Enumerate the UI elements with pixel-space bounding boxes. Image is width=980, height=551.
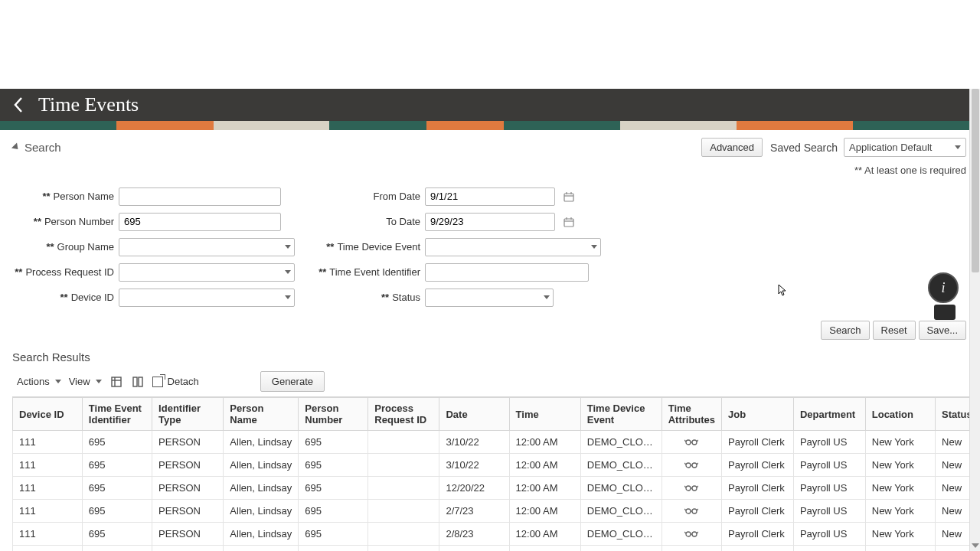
table-cell: 111 [13, 431, 83, 454]
reset-button[interactable]: Reset [873, 321, 916, 340]
table-cell: Payroll US [793, 546, 865, 552]
save-button[interactable]: Save... [919, 321, 966, 340]
table-cell [662, 523, 721, 546]
group-name-select[interactable] [119, 238, 295, 256]
to-date-input[interactable] [426, 214, 564, 229]
column-header[interactable]: Job [722, 398, 794, 431]
column-header[interactable]: Identifier Type [152, 398, 224, 431]
table-cell: New York [865, 454, 935, 477]
chevron-down-icon [544, 295, 550, 299]
column-header[interactable]: Device ID [13, 398, 83, 431]
person-name-input[interactable] [119, 187, 281, 206]
device-id-label: Device ID [71, 292, 114, 303]
table-cell [368, 546, 439, 552]
column-header[interactable]: Time Attributes [662, 398, 721, 431]
page-title: Time Events [38, 93, 139, 116]
advanced-button[interactable]: Advanced [701, 138, 763, 157]
table-row[interactable]: 111695PERSONAllen, Lindsay6953/10/2212:0… [13, 431, 981, 454]
column-header[interactable]: Time Event Identifier [82, 398, 152, 431]
glasses-icon[interactable] [684, 436, 698, 448]
from-date-input[interactable] [426, 189, 564, 204]
time-event-identifier-input[interactable] [425, 263, 589, 282]
column-header[interactable]: Person Name [224, 398, 299, 431]
table-cell: 12:00 AM [509, 546, 580, 552]
table-cell: 2/9/23 [439, 546, 509, 552]
column-header[interactable]: Date [439, 398, 509, 431]
process-request-id-select[interactable] [119, 263, 295, 282]
table-cell: 12/20/22 [439, 477, 509, 500]
column-header[interactable]: Person Number [299, 398, 368, 431]
calendar-icon[interactable] [564, 214, 574, 230]
process-request-id-label: Process Request ID [25, 266, 114, 278]
svg-line-27 [697, 486, 698, 487]
chevron-down-icon [955, 145, 961, 149]
column-header[interactable]: Time [509, 398, 580, 431]
table-cell: 12:00 AM [509, 454, 580, 477]
calendar-icon[interactable] [564, 189, 574, 204]
scroll-down-icon[interactable] [972, 542, 979, 549]
table-cell: Payroll Clerk [722, 546, 794, 552]
table-cell: Allen, Lindsay [224, 546, 299, 552]
svg-point-14 [692, 440, 697, 445]
disclosure-triangle-icon[interactable] [11, 142, 21, 152]
svg-line-26 [684, 486, 686, 487]
table-cell [368, 454, 439, 477]
svg-point-24 [692, 486, 697, 491]
table-cell: Payroll US [793, 523, 865, 546]
table-cell: PERSON [152, 477, 224, 500]
table-cell: 695 [299, 477, 368, 500]
table-cell: 111 [13, 454, 83, 477]
table-cell [368, 477, 439, 500]
status-label: Status [392, 292, 420, 303]
person-name-label: Person Name [54, 191, 114, 202]
generate-button[interactable]: Generate [260, 371, 325, 392]
table-row[interactable]: 111695PERSONAllen, Lindsay6953/10/2212:0… [13, 454, 981, 477]
svg-line-16 [684, 440, 686, 442]
person-number-input[interactable] [119, 213, 281, 231]
time-device-event-select[interactable] [425, 238, 601, 256]
back-chevron-icon[interactable] [9, 96, 28, 114]
glasses-icon[interactable] [684, 528, 698, 540]
column-header[interactable]: Department [793, 398, 865, 431]
table-row[interactable]: 111695PERSONAllen, Lindsay6952/9/2312:00… [13, 546, 981, 552]
table-row[interactable]: 111695PERSONAllen, Lindsay6952/8/2312:00… [13, 523, 981, 546]
help-widget[interactable]: i [928, 272, 962, 321]
table-row[interactable]: 111695PERSONAllen, Lindsay69512/20/2212:… [13, 477, 981, 500]
svg-line-36 [684, 532, 686, 533]
search-button[interactable]: Search [821, 321, 869, 340]
svg-rect-12 [139, 377, 142, 386]
table-cell: Payroll Clerk [722, 477, 794, 500]
format-icon[interactable] [109, 375, 123, 389]
scrollbar-thumb[interactable] [972, 89, 979, 272]
actions-menu[interactable]: Actions [17, 376, 61, 387]
table-cell: DEMO_CLO… [580, 546, 662, 552]
saved-search-select[interactable]: Application Default [844, 138, 966, 157]
status-select[interactable] [425, 289, 554, 307]
vertical-scrollbar[interactable] [969, 89, 980, 551]
glasses-icon[interactable] [684, 459, 698, 471]
freeze-icon[interactable] [131, 375, 145, 389]
column-header[interactable]: Time Device Event [580, 398, 662, 431]
svg-point-23 [686, 486, 691, 491]
detach-button[interactable]: Detach [152, 376, 199, 387]
table-cell: Payroll Clerk [722, 431, 794, 454]
column-header[interactable]: Location [865, 398, 935, 431]
svg-rect-8 [112, 377, 121, 386]
device-id-select[interactable] [119, 289, 295, 307]
table-cell: New York [865, 431, 935, 454]
svg-line-37 [697, 532, 698, 533]
results-table-wrap[interactable]: Device IDTime Event IdentifierIdentifier… [12, 396, 980, 551]
table-cell: Payroll Clerk [722, 454, 794, 477]
table-cell: PERSON [152, 500, 224, 523]
column-header[interactable]: Process Request ID [368, 398, 439, 431]
svg-point-28 [686, 509, 691, 514]
table-row[interactable]: 111695PERSONAllen, Lindsay6952/7/2312:00… [13, 500, 981, 523]
search-section-title: Search [24, 141, 61, 154]
view-menu[interactable]: View [69, 376, 102, 387]
to-date-label: To Date [386, 216, 420, 227]
svg-rect-11 [133, 377, 137, 386]
svg-rect-0 [564, 194, 573, 201]
glasses-icon[interactable] [684, 482, 698, 494]
glasses-icon[interactable] [684, 505, 698, 517]
table-cell: Payroll US [793, 477, 865, 500]
